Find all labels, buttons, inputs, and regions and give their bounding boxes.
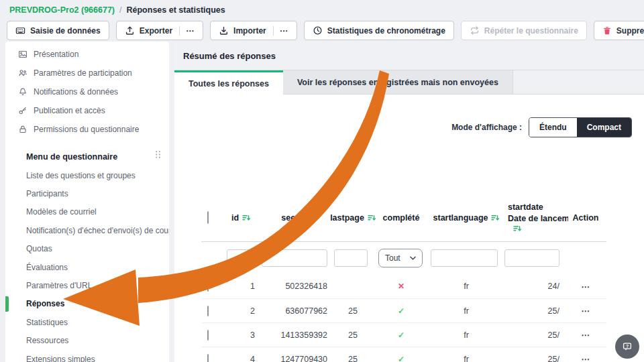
incomplete-icon: ✕ — [373, 282, 429, 291]
column-label: startlanguage — [433, 213, 488, 223]
row-actions-button[interactable]: ⋯ — [565, 354, 606, 362]
timing-statistics-button[interactable]: Statistiques de chronométrage — [304, 21, 454, 40]
sidebar-item-label: Notifications & données — [34, 87, 118, 97]
batch-delete-button[interactable]: Suppression par lot — [594, 21, 644, 40]
menu-item-label: Quotas — [26, 244, 52, 253]
cell-lastpage: 25 — [333, 306, 373, 316]
row-checkbox[interactable] — [207, 354, 209, 362]
export-more-button[interactable]: ⋯ — [179, 26, 195, 36]
sidebar-item-presentation[interactable]: Présentation — [5, 45, 169, 64]
sidebar-item-participants[interactable]: Participants — [5, 184, 169, 202]
cell-id: 4 — [225, 355, 260, 362]
column-header-startlanguage[interactable]: startlanguage — [429, 213, 503, 223]
filter-startdate-input[interactable] — [504, 249, 559, 267]
display-mode-compact-button[interactable]: Compact — [577, 118, 631, 137]
menu-item-label: Statistiques — [26, 318, 68, 327]
row-checkbox[interactable] — [207, 306, 209, 316]
notifications-icon — [18, 87, 28, 97]
tab-saved-not-submitted[interactable]: Voir les réponses enregistrées mais non … — [283, 70, 513, 94]
column-label: complété — [383, 213, 420, 223]
breadcrumb-survey-link[interactable]: PREVDROG-Pro2 (966677) — [9, 5, 115, 15]
column-header-complete[interactable]: complété — [373, 213, 429, 223]
table-filter-row: Tout — [201, 242, 606, 274]
breadcrumb: PREVDROG-Pro2 (966677) / Réponses et sta… — [0, 0, 644, 19]
tab-all-responses[interactable]: Toutes les réponses — [174, 70, 283, 95]
participation-icon — [18, 68, 28, 78]
sidebar-item-resources[interactable]: Ressources — [5, 332, 169, 350]
filter-lastpage-input[interactable] — [334, 249, 368, 267]
column-label: seed — [281, 213, 301, 223]
select-all-checkbox[interactable] — [207, 211, 209, 224]
display-mode-control: Mode d'affichage : Étendu Compact — [451, 117, 632, 137]
row-actions-button[interactable]: ⋯ — [565, 306, 606, 316]
sort-icon[interactable] — [242, 214, 250, 222]
menu-item-label: Paramètres d'URL — [26, 281, 92, 290]
sort-icon[interactable] — [304, 214, 312, 222]
sidebar-item-quotas[interactable]: Quotas — [5, 240, 169, 258]
cell-seed: 1413359392 — [260, 330, 333, 340]
sidebar-item-publication-access[interactable]: Publication et accès — [5, 101, 169, 120]
column-header-action: Action — [565, 213, 606, 223]
sidebar-item-url-settings[interactable]: Paramètres d'URL — [5, 276, 169, 294]
display-mode-extended-button[interactable]: Étendu — [529, 118, 577, 137]
sidebar-item-responses[interactable]: Réponses — [5, 295, 169, 313]
table-row: 4 1247709430 25 ✓ fr 25/ ⋯ — [201, 347, 606, 362]
sidebar-item-notifications-data[interactable]: Notifications & données — [5, 82, 169, 101]
complete-icon: ✓ — [373, 355, 429, 362]
table-row: 1 502326418 ✕ fr 24/ ⋯ — [201, 274, 606, 298]
cell-seed: 502326418 — [260, 282, 333, 291]
sidebar-item-email-templates[interactable]: Modèles de courriel — [5, 203, 169, 221]
sidebar-item-label: Permissions du questionnaire — [34, 125, 139, 134]
import-more-button[interactable]: ⋯ — [273, 26, 288, 36]
cell-id: 3 — [225, 330, 260, 340]
menu-item-label: Extensions simples — [26, 355, 95, 362]
sort-icon[interactable] — [513, 225, 521, 233]
sort-icon[interactable] — [491, 214, 499, 222]
active-indicator — [5, 296, 9, 312]
cell-startdate: 25/ — [503, 330, 565, 340]
column-header-lastpage[interactable]: lastpage — [333, 213, 373, 223]
row-checkbox[interactable] — [207, 330, 209, 341]
column-header-seed[interactable]: seed — [260, 213, 333, 223]
cell-id: 1 — [225, 282, 260, 291]
sidebar-item-label: Publication et accès — [34, 106, 105, 115]
column-header-startdate[interactable]: startdate Date de lancem — [503, 202, 565, 233]
table-row: 3 1413359392 25 ✓ fr 25/ ⋯ — [201, 322, 606, 347]
survey-menu-header: Menu de questionnaire — [5, 147, 169, 166]
help-chat-button[interactable]: ? — [615, 335, 639, 359]
cell-lastpage: 25 — [333, 355, 373, 362]
sidebar-item-simple-plugins[interactable]: Extensions simples — [5, 350, 169, 362]
filter-id-input[interactable] — [227, 249, 255, 267]
export-button[interactable]: Exporter ⋯ — [116, 21, 203, 40]
sidebar-item-participation-settings[interactable]: Paramètres de participation — [5, 64, 169, 82]
column-header-id[interactable]: id — [225, 213, 260, 223]
data-entry-button[interactable]: Saisie de données — [7, 21, 109, 40]
sidebar-item-label: Paramètres de participation — [34, 68, 132, 78]
import-button[interactable]: Importer ⋯ — [210, 21, 297, 40]
drag-handle-icon[interactable] — [155, 150, 161, 161]
sidebar-item-question-list[interactable]: Liste des questions et groupes — [5, 166, 169, 184]
repeat-survey-label: Répéter le questionnaire — [484, 26, 578, 36]
column-label: lastpage — [330, 213, 364, 223]
sidebar-item-survey-permissions[interactable]: Permissions du questionnaire — [5, 120, 169, 139]
filter-startlanguage-input[interactable] — [431, 249, 498, 267]
cell-startlanguage: fr — [429, 330, 503, 340]
survey-menu-header-label: Menu de questionnaire — [26, 152, 117, 162]
cell-seed: 636077962 — [260, 306, 333, 316]
row-actions-button[interactable]: ⋯ — [565, 330, 606, 340]
tab-label: Toutes les réponses — [189, 79, 269, 88]
sidebar-item-assessments[interactable]: Évaluations — [5, 258, 169, 276]
responses-content: Mode d'affichage : Étendu Compact id see… — [174, 95, 644, 362]
row-checkbox[interactable] — [207, 281, 209, 292]
main-panel: Résumé des réponses Toutes les réponses … — [174, 42, 644, 362]
filter-seed-input[interactable] — [262, 249, 327, 267]
repeat-icon — [470, 25, 480, 36]
cell-startdate: 25/ — [503, 355, 565, 362]
sidebar-item-statistics[interactable]: Statistiques — [5, 313, 169, 331]
sidebar-item-email-failures[interactable]: Notification(s) d'échec d'envoi(s) de co… — [5, 221, 169, 239]
display-mode-segment: Étendu Compact — [529, 117, 632, 137]
filter-complete-select[interactable]: Tout — [378, 249, 423, 267]
row-actions-button[interactable]: ⋯ — [565, 282, 606, 292]
repeat-survey-button[interactable]: Répéter le questionnaire — [461, 21, 587, 40]
menu-item-label: Modèles de courriel — [26, 207, 97, 217]
